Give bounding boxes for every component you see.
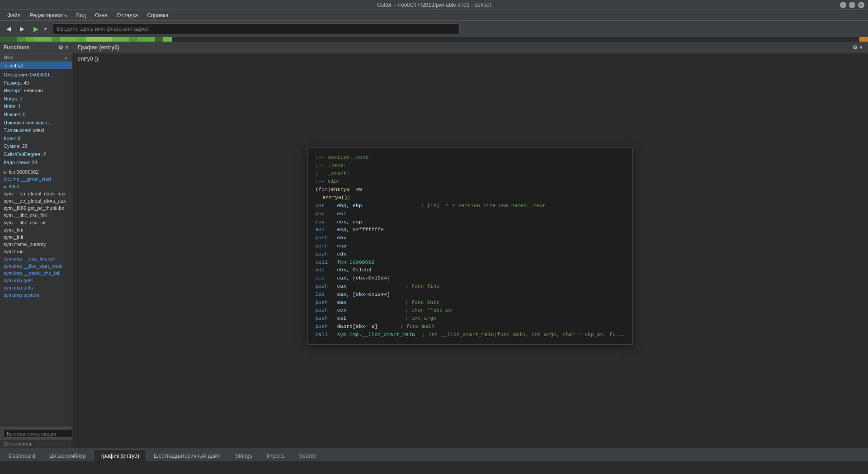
sidebar-item-func[interactable]: sym.func: [0, 248, 72, 255]
sidebar-item-libc-csu-fini[interactable]: sym.__libc_csu_fini: [0, 212, 72, 219]
asm-line: ;-- section..text:: [315, 153, 625, 161]
sidebar-item-fcn00000562[interactable]: ▶fcn.00000562: [0, 168, 72, 175]
asm-line: andesp, 0xfffffff0: [315, 226, 625, 234]
asm-line: addebx, 0x1ab4: [315, 266, 625, 275]
graph-header: График (entry0) ⚙ ×: [72, 42, 868, 53]
sidebar-col-header: Имя ▲: [0, 53, 72, 62]
sidebar-item-system[interactable]: sym.imp.system: [0, 291, 72, 299]
menu-debug[interactable]: Отладка: [113, 11, 142, 19]
sidebar-item-libc-start-main[interactable]: sym.imp.__libc_start_main: [0, 262, 72, 270]
bottom-tabs: Dashboard Дизассемблер График (entry0) Ш…: [0, 448, 868, 461]
sidebar-content[interactable]: ▼entry0 Смещение 0x00000... Размер: 49 И…: [0, 62, 72, 427]
sidebar-item-do-global-ctors[interactable]: sym.__do_global_ctors_aux: [0, 190, 72, 197]
maximize-button[interactable]: □: [849, 2, 855, 8]
quick-filter: ×: [0, 427, 72, 440]
meta-nargs: Nargs: 0: [4, 95, 68, 103]
asm-line: ;-- _start:: [315, 170, 625, 178]
run-dropdown-button[interactable]: ▾: [42, 24, 49, 33]
asm-func-name: entry0: [322, 194, 341, 202]
sidebar-header: Functions ⚙ ×: [0, 42, 72, 53]
asm-line: pusheax; func init: [315, 299, 625, 307]
sidebar-item-entry0[interactable]: ▼entry0: [0, 62, 72, 69]
main-area: Functions ⚙ × Имя ▲ ▼entry0 Смещение 0x0…: [0, 42, 868, 448]
asm-line: pushesi; int argc: [315, 315, 625, 323]
progress-bar: [0, 37, 868, 42]
meta-nlocals: Nlocals: 0: [4, 111, 68, 119]
asm-comment: ;-- eip:: [315, 178, 340, 186]
graph-close-icon[interactable]: ×: [859, 44, 863, 51]
menu-windows[interactable]: Окна: [91, 11, 111, 19]
sidebar-item-fini[interactable]: sym._fini: [0, 226, 72, 233]
sidebar-header-icons: ⚙ ×: [58, 44, 68, 51]
window-controls: – □ ×: [840, 2, 864, 8]
graph-title: График (entry0): [78, 44, 119, 51]
sidebar-item-loc-imp-gmon[interactable]: loc.imp.__gmon_start: [0, 175, 72, 183]
tab-strings[interactable]: Strings: [228, 450, 259, 461]
arrow-icon: ▶: [4, 170, 7, 175]
progress-area: [0, 37, 868, 42]
sidebar-item-cxa-finalize[interactable]: sym.imp.__cxa_finalize: [0, 255, 72, 262]
asm-line: popesi: [315, 210, 625, 218]
quick-filter-input[interactable]: [4, 430, 72, 438]
menu-view[interactable]: Вид: [72, 11, 90, 19]
sidebar-item-gets[interactable]: sym.imp.gets: [0, 277, 72, 284]
asm-line: pushdword [ebx - 8]; func main: [315, 322, 625, 331]
meta-import: Импорт: неверно: [4, 87, 68, 95]
graph-settings-icon[interactable]: ⚙: [853, 44, 858, 51]
close-button[interactable]: ×: [858, 2, 864, 8]
asm-line: ;-- eip:: [315, 178, 625, 186]
asm-line: pusheax: [315, 234, 625, 242]
graph-panel: График (entry0) ⚙ × entry0 (); ;-- secti…: [72, 42, 868, 448]
asm-line: pushedx: [315, 250, 625, 258]
title-bar: Cutter – /root/CTF/2019/pwnable.kr/03 - …: [0, 0, 868, 10]
sort-icon[interactable]: ▲: [64, 55, 68, 60]
menu-edit[interactable]: Редактировать: [26, 11, 71, 19]
minimize-button[interactable]: –: [840, 2, 846, 8]
sidebar-item-i686-get-pc[interactable]: sym._i686.get_pc_thunk.bx: [0, 204, 72, 212]
meta-cyclo: Цикломатическая с...: [4, 119, 68, 127]
sidebar-item-do-global-dtors[interactable]: sym.__do_global_dtors_aux: [0, 197, 72, 204]
run-button[interactable]: ▶: [31, 23, 42, 35]
asm-label: fcn: [318, 186, 328, 194]
sidebar-meta: Смещение 0x00000... Размер: 49 Импорт: н…: [0, 69, 72, 168]
meta-stack: Кадр стека: 28: [4, 159, 68, 167]
sidebar-item-frame-dummy[interactable]: sym.frame_dummy: [0, 241, 72, 248]
col-name-label: Имя: [4, 55, 13, 60]
sidebar-count: 19 элементов: [0, 440, 72, 448]
tab-hexdump[interactable]: Шестнадцатеричный дамп: [147, 450, 227, 461]
graph-canvas[interactable]: ;-- section..text: ;-- .text: ;-- _start…: [72, 64, 868, 448]
meta-sum: Сумма: 29: [4, 142, 68, 151]
function-label: entry0 ();: [72, 53, 868, 64]
tab-dashboard[interactable]: Dashboard: [2, 450, 42, 461]
tab-disasm[interactable]: Дизассемблер: [43, 450, 93, 461]
tab-search[interactable]: Search: [292, 450, 323, 461]
sidebar-item-stack-chk-fail[interactable]: sym.imp.__stack_chk_fail: [0, 270, 72, 277]
sidebar-item-init[interactable]: sym._init: [0, 233, 72, 241]
sidebar-title: Functions: [4, 44, 29, 51]
sidebar-item-puts[interactable]: sym.imp.puts: [0, 284, 72, 291]
asm-line: leaeax, [ebx - 0x1944]: [315, 290, 625, 299]
meta-size: Размер: 49: [4, 79, 68, 87]
sidebar: Functions ⚙ × Имя ▲ ▼entry0 Смещение 0x0…: [0, 42, 72, 448]
tab-imports[interactable]: Imports: [259, 450, 291, 461]
asm-line: entry0 ();: [315, 194, 625, 202]
asm-comment: ;-- section..text:: [315, 153, 371, 161]
sidebar-item-libc-csu-init[interactable]: sym.__libc_csu_init: [0, 219, 72, 226]
meta-calltype: Тип вызова: cdecl: [4, 127, 68, 135]
menu-help[interactable]: Справка: [143, 11, 172, 19]
sidebar-item-main[interactable]: ▶main: [0, 183, 72, 190]
asm-line: movecx, esp: [315, 218, 625, 226]
asm-line: xorebp, ebp; [13] -r-x section size 568 …: [315, 202, 625, 210]
asm-line: callsym.imp.__libc_start_main; int __lib…: [315, 331, 625, 339]
sidebar-close-icon[interactable]: ×: [65, 44, 68, 51]
asm-line: pushecx; char **ubp_av: [315, 307, 625, 315]
address-bar[interactable]: [53, 24, 460, 34]
tab-graph[interactable]: График (entry0): [94, 450, 146, 461]
window-title: Cutter – /root/CTF/2019/pwnable.kr/03 - …: [377, 2, 491, 8]
forward-button[interactable]: ▶: [17, 24, 27, 34]
sidebar-settings-icon[interactable]: ⚙: [58, 44, 63, 51]
asm-block: ;-- section..text: ;-- .text: ;-- _start…: [307, 147, 632, 345]
back-button[interactable]: ◀: [4, 24, 14, 34]
menu-file[interactable]: Файл: [4, 11, 24, 19]
graph-header-icons: ⚙ ×: [853, 44, 863, 51]
